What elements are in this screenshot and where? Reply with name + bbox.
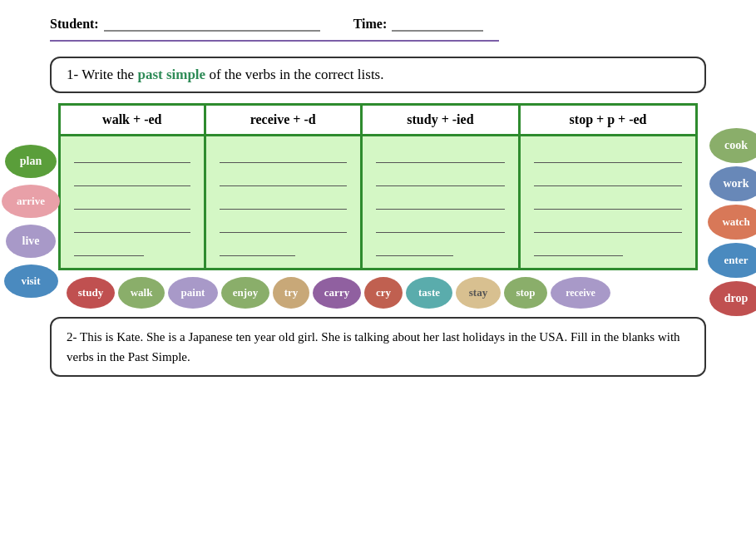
time-label: Time: — [353, 17, 388, 32]
bubble-carry[interactable]: carry — [313, 277, 361, 309]
write-line[interactable] — [220, 195, 347, 210]
cell-lines — [216, 143, 350, 261]
write-line[interactable] — [74, 148, 190, 163]
cell-lines — [71, 143, 194, 261]
bubble-work[interactable]: work — [709, 166, 757, 201]
write-line[interactable] — [220, 148, 347, 163]
write-line[interactable] — [534, 195, 682, 210]
bubble-watch[interactable]: watch — [708, 205, 756, 240]
cell-1-1 — [60, 136, 205, 269]
write-line[interactable] — [376, 218, 505, 233]
side-left-bubbles: plan arrive live visit — [2, 145, 60, 298]
col-header-2: receive + -d — [205, 105, 361, 136]
bubble-study[interactable]: study — [67, 277, 115, 309]
bubble-visit[interactable]: visit — [4, 265, 58, 298]
header-underline — [50, 40, 499, 42]
write-line[interactable] — [534, 241, 623, 256]
col-header-3: study + -ied — [361, 105, 519, 136]
write-line[interactable] — [376, 171, 505, 186]
write-line[interactable] — [376, 148, 505, 163]
cell-1-3 — [361, 136, 519, 269]
side-right-bubbles: cook work watch enter drop — [708, 128, 756, 316]
student-field: Student: — [50, 15, 320, 32]
bubble-paint[interactable]: paint — [168, 277, 218, 309]
write-line[interactable] — [534, 171, 682, 186]
cell-lines — [373, 143, 508, 261]
instruction-box-2: 2- This is Kate. She is a Japanese ten y… — [50, 317, 706, 377]
write-line[interactable] — [534, 148, 682, 163]
bubble-drop[interactable]: drop — [709, 281, 757, 316]
table-row — [60, 136, 697, 269]
time-line[interactable] — [392, 15, 483, 32]
bubble-walk[interactable]: walk — [118, 277, 165, 309]
instruction2-text: This is Kate. She is a Japanese ten year… — [67, 330, 680, 363]
bubble-plan[interactable]: plan — [5, 145, 57, 178]
bottom-bubbles: study walk paint enjoy try carry cry tas… — [58, 277, 698, 309]
bubble-cry[interactable]: cry — [364, 277, 403, 309]
bubble-live[interactable]: live — [6, 225, 56, 258]
bubble-cook[interactable]: cook — [709, 128, 757, 163]
write-line[interactable] — [74, 195, 190, 210]
instruction1-highlight: past simple — [137, 67, 205, 82]
write-line[interactable] — [220, 218, 347, 233]
cell-1-2 — [205, 136, 361, 269]
write-line[interactable] — [220, 241, 296, 256]
col-header-4: stop + p + -ed — [520, 105, 697, 136]
write-line[interactable] — [74, 171, 190, 186]
bubble-enjoy[interactable]: enjoy — [221, 277, 269, 309]
instruction1-text-before: Write the — [82, 67, 137, 82]
bubble-enter[interactable]: enter — [708, 243, 756, 278]
write-line[interactable] — [220, 171, 347, 186]
table-wrapper: plan arrive live visit cook work watch e… — [58, 103, 698, 309]
instruction-box-1: 1- Write the past simple of the verbs in… — [50, 57, 706, 93]
bubble-taste[interactable]: taste — [406, 277, 452, 309]
bubble-arrive[interactable]: arrive — [2, 185, 60, 218]
write-line[interactable] — [376, 241, 453, 256]
instruction1-text-after: of the verbs in the correct lists. — [205, 67, 383, 82]
time-field: Time: — [353, 15, 484, 32]
bubble-stop[interactable]: stop — [504, 277, 547, 309]
cell-1-4 — [520, 136, 697, 269]
write-line[interactable] — [376, 195, 505, 210]
cell-lines — [531, 143, 685, 261]
col-header-1: walk + -ed — [60, 105, 205, 136]
student-line[interactable] — [104, 15, 320, 32]
header: Student: Time: — [0, 0, 756, 32]
bubble-stay[interactable]: stay — [456, 277, 501, 309]
bubble-try[interactable]: try — [273, 277, 309, 309]
write-line[interactable] — [74, 241, 144, 256]
verb-table: walk + -ed receive + -d study + -ied sto… — [58, 103, 698, 270]
student-label: Student: — [50, 17, 99, 32]
instruction2-number: 2- — [67, 330, 77, 344]
write-line[interactable] — [74, 218, 190, 233]
bubble-receive[interactable]: receive — [551, 277, 610, 309]
instruction1-number: 1- — [67, 67, 78, 82]
write-line[interactable] — [534, 218, 682, 233]
